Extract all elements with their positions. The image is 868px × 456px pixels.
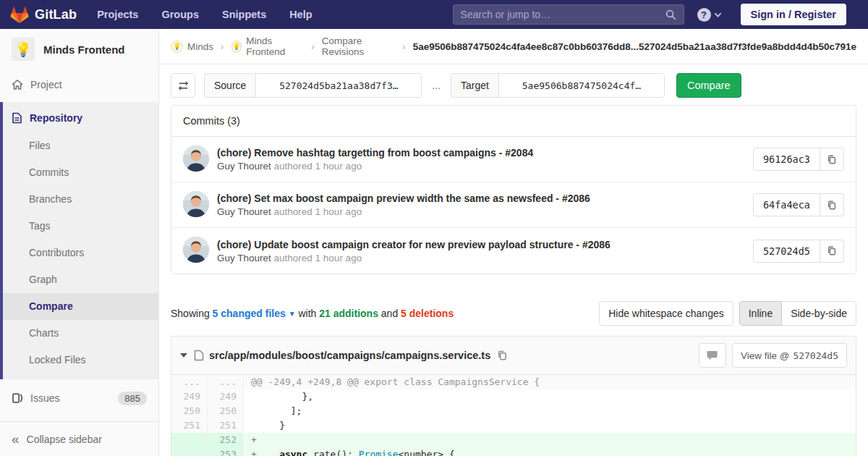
sidebar-item-compare[interactable]: Compare	[3, 293, 158, 320]
diff-file-path[interactable]: src/app/modules/boost/campaigns/campaign…	[209, 350, 490, 361]
sidebar-item-charts[interactable]: Charts	[3, 320, 158, 347]
commit-title-link[interactable]: (chore) Set max boost campaign preview w…	[217, 193, 590, 204]
copy-sha-button[interactable]	[820, 148, 844, 171]
copy-sha-button[interactable]	[820, 193, 844, 216]
caret-down-icon: ▼	[289, 310, 296, 318]
source-label: Source	[204, 73, 255, 98]
diff-line-added: 252+	[171, 433, 856, 447]
collapse-diff-caret-icon[interactable]	[180, 353, 187, 358]
commit-row: (chore) Set max boost campaign preview w…	[171, 182, 856, 228]
toggle-comments-button[interactable]	[699, 343, 726, 368]
diff-new-line-number[interactable]: 252	[208, 433, 244, 447]
sign-in-register-button[interactable]: Sign in / Register	[741, 4, 846, 25]
diff-old-line-number[interactable]: 249	[171, 389, 208, 404]
diff-old-line-number[interactable]	[171, 433, 208, 447]
diff-line-added: 253+ async rate(): Promise<number> {	[171, 447, 856, 456]
diff-line-context: 249249 },	[171, 389, 856, 404]
sidebar-item-tags[interactable]: Tags	[3, 213, 158, 240]
commit-author-link[interactable]: Guy Thouret	[217, 253, 271, 263]
commit-author-avatar[interactable]	[183, 237, 209, 265]
file-icon	[194, 350, 204, 361]
sidebar-item-locked-files[interactable]: Locked Files	[3, 347, 158, 373]
breadcrumb-avatar: 💡	[231, 41, 242, 53]
copy-sha-button[interactable]	[820, 240, 844, 263]
project-avatar: 💡	[12, 38, 35, 61]
commit-sha-group: 527024d5	[753, 240, 844, 263]
diff-code-line: },	[244, 389, 856, 404]
commit-author-link[interactable]: Guy Thouret	[217, 161, 271, 172]
copy-path-icon[interactable]	[497, 350, 508, 361]
code-segment: Promise	[359, 449, 399, 456]
diff-old-line-number[interactable]: 251	[171, 418, 208, 433]
diff-new-line-number[interactable]: 250	[208, 404, 244, 418]
diff-line-sign: +	[251, 449, 257, 456]
sidebar-item-project[interactable]: Project	[0, 71, 158, 98]
sidebar-item-issues[interactable]: Issues 885	[0, 383, 158, 413]
gitlab-logo[interactable]: GitLab	[10, 6, 77, 24]
commit-author-avatar[interactable]	[183, 145, 209, 174]
code-segment: ];	[257, 405, 302, 416]
compare-revisions-form: Source 527024d5ba21aa38d7f3… ... Target …	[159, 64, 868, 105]
breadcrumb-current-sha: 5ae9506b887475024c4fa4ee8c87c0bb60376dd8…	[413, 41, 856, 52]
commit-author-avatar[interactable]	[183, 191, 209, 219]
diff-line-sign	[251, 420, 257, 431]
copy-icon	[827, 200, 837, 211]
project-context-link[interactable]: 💡 Minds Frontend	[0, 29, 158, 71]
navbar-item-help[interactable]: Help	[278, 0, 323, 29]
swap-arrows-icon	[177, 80, 190, 91]
collapse-sidebar-button[interactable]: « Collapse sidebar	[0, 421, 158, 456]
breadcrumb: 💡Minds›💡Minds Frontend›Compare Revisions…	[159, 29, 868, 64]
diff-new-line-number[interactable]: 253	[208, 447, 244, 456]
commit-title-link[interactable]: (chore) Update boost campaign creator fo…	[217, 239, 610, 250]
commit-meta: Guy Thouret authored 1 hour ago	[217, 206, 590, 217]
hide-whitespace-button[interactable]: Hide whitespace changes	[599, 301, 733, 326]
navbar-item-snippets[interactable]: Snippets	[210, 0, 278, 29]
diff-new-line-number[interactable]: 249	[208, 389, 244, 404]
commit-info: (chore) Update boost campaign creator fo…	[217, 239, 610, 263]
search-box[interactable]	[453, 4, 684, 25]
code-segment: async	[279, 449, 307, 456]
commit-sha-link[interactable]: 96126ac3	[753, 148, 820, 171]
diff-code-line: @@ -249,4 +249,8 @@ export class Campaig…	[244, 375, 856, 389]
diff-old-line-number[interactable]	[171, 447, 208, 456]
comment-bubble-icon	[707, 350, 718, 360]
diff-new-line-number[interactable]: 251	[208, 418, 244, 433]
inline-view-button[interactable]: Inline	[739, 301, 782, 326]
changed-files-dropdown[interactable]: 5 changed files ▼	[213, 308, 296, 319]
help-menu[interactable]: ?	[697, 8, 722, 22]
target-revision-input[interactable]: 5ae9506b887475024c4f…	[498, 73, 665, 98]
search-input[interactable]	[461, 9, 665, 20]
breadcrumb-item-minds[interactable]: 💡Minds	[171, 41, 213, 53]
sidebar-item-branches[interactable]: Branches	[3, 186, 158, 213]
commit-sha-link[interactable]: 527024d5	[753, 240, 820, 263]
navbar-item-projects[interactable]: Projects	[85, 0, 150, 29]
navbar-item-groups[interactable]: Groups	[150, 0, 210, 29]
target-label: Target	[451, 73, 498, 98]
swap-revisions-button[interactable]	[171, 73, 195, 98]
breadcrumb-avatar: 💡	[171, 41, 183, 53]
diff-line-sign	[251, 391, 257, 402]
commit-title-link[interactable]: (chore) Remove hashtag targetting from b…	[217, 147, 533, 159]
diff-old-line-number[interactable]: 250	[171, 404, 208, 418]
issues-icon	[12, 392, 23, 404]
code-segment	[257, 449, 279, 456]
diff-old-line-number: ...	[171, 375, 208, 389]
sidebar-item-repository[interactable]: Repository	[3, 104, 158, 132]
breadcrumb-item-minds-frontend[interactable]: 💡Minds Frontend	[231, 35, 305, 57]
repository-subnav: FilesCommitsBranchesTagsContributorsGrap…	[3, 132, 158, 373]
commit-sha-link[interactable]: 64fa4eca	[753, 193, 820, 216]
sidebar-item-commits[interactable]: Commits	[3, 159, 158, 186]
copy-icon	[827, 245, 837, 256]
diff-line-context: 250250 ];	[171, 404, 856, 418]
sidebar-item-files[interactable]: Files	[3, 132, 158, 159]
sidebar-item-contributors[interactable]: Contributors	[3, 240, 158, 266]
source-revision-input[interactable]: 527024d5ba21aa38d7f3…	[255, 73, 422, 98]
commit-author-link[interactable]: Guy Thouret	[217, 206, 271, 217]
side-by-side-view-button[interactable]: Side-by-side	[782, 301, 856, 326]
compare-button[interactable]: Compare	[676, 73, 741, 98]
diff-line-sign	[251, 405, 257, 416]
breadcrumb-item-compare-revisions[interactable]: Compare Revisions	[322, 35, 396, 57]
sidebar-item-graph[interactable]: Graph	[3, 266, 158, 293]
view-file-button[interactable]: View file @ 527024d5	[732, 343, 847, 368]
diff-line-context: 251251 }	[171, 418, 856, 433]
